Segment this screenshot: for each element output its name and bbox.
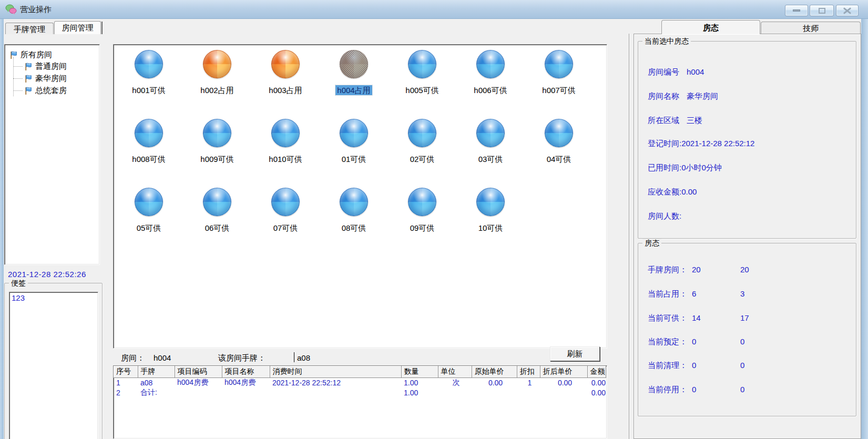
room-sphere-icon bbox=[135, 188, 163, 216]
room-item[interactable]: h008可供 bbox=[115, 119, 183, 188]
room-sphere-icon bbox=[340, 188, 368, 216]
table-cell: 1 bbox=[114, 377, 138, 387]
room-sphere-icon bbox=[135, 119, 163, 147]
column-header[interactable]: 折扣 bbox=[517, 366, 540, 377]
column-header[interactable]: 项目编码 bbox=[175, 366, 222, 377]
room-item[interactable]: h002占用 bbox=[183, 50, 251, 119]
table-cell: 2 bbox=[114, 387, 138, 397]
tab-technician[interactable]: 技师 bbox=[761, 22, 861, 34]
info-label: 房间编号 bbox=[648, 67, 679, 76]
table-cell: 0.00 bbox=[540, 377, 587, 387]
room-item[interactable]: h005可供 bbox=[388, 50, 456, 119]
room-item[interactable]: h007可供 bbox=[525, 50, 593, 119]
room-item[interactable]: h006可供 bbox=[456, 50, 525, 119]
room-item[interactable]: 07可供 bbox=[251, 188, 320, 257]
tree-root-label: 所有房间 bbox=[21, 50, 52, 60]
room-sphere-icon bbox=[203, 50, 231, 78]
column-header[interactable]: 单位 bbox=[438, 366, 472, 377]
room-item[interactable]: h009可供 bbox=[183, 119, 251, 188]
room-sphere-icon bbox=[271, 50, 300, 78]
tree-item-2[interactable]: 总统套房 bbox=[24, 85, 99, 97]
room-status-row: 当前预定：00 bbox=[648, 337, 852, 347]
column-header[interactable]: 消费时间 bbox=[270, 366, 401, 377]
info-label: 已用时间: bbox=[648, 163, 681, 172]
status-label: 当前可供： bbox=[648, 313, 687, 323]
room-item-label: 03可供 bbox=[477, 154, 505, 164]
table-row[interactable]: 1a08h004房费h004房费2021-12-28 22:52:121.00次… bbox=[114, 377, 606, 387]
selected-room-info-row: 应收金额:0.00 bbox=[648, 187, 697, 197]
room-item[interactable]: 06可供 bbox=[183, 188, 251, 257]
room-sphere-icon bbox=[135, 50, 163, 78]
status-label: 手牌房间： bbox=[648, 265, 687, 275]
tab-room-management[interactable]: 房间管理 bbox=[54, 21, 101, 34]
room-item-label: 02可供 bbox=[409, 154, 436, 164]
room-item[interactable]: h010可供 bbox=[251, 119, 320, 188]
panel-divider bbox=[629, 34, 630, 439]
room-sphere-icon bbox=[476, 119, 505, 147]
room-item-label: h004占用 bbox=[335, 85, 372, 95]
rooms-panel: h001可供h002占用h003占用h004占用h005可供h006可供h007… bbox=[113, 44, 607, 349]
refresh-button[interactable]: 刷新 bbox=[550, 346, 600, 361]
tree-root-all-rooms[interactable]: 所有房间 bbox=[9, 49, 52, 60]
room-item-label: h007可供 bbox=[540, 85, 577, 95]
tab-hand-tag-management[interactable]: 手牌管理 bbox=[5, 23, 54, 34]
room-item[interactable]: h001可供 bbox=[115, 50, 183, 119]
room-item[interactable]: 09可供 bbox=[388, 188, 456, 257]
table-row[interactable]: 2合计:1.000.00 bbox=[114, 387, 606, 397]
minimize-button[interactable] bbox=[785, 5, 808, 16]
table-cell: 1.00 bbox=[401, 377, 438, 387]
room-status-row: 手牌房间：2020 bbox=[648, 265, 852, 275]
room-status-row: 当前停用：00 bbox=[648, 385, 852, 395]
column-header[interactable]: 原始单价 bbox=[472, 366, 517, 377]
tree-item-1[interactable]: 豪华房间 bbox=[24, 73, 99, 85]
room-item[interactable]: 05可供 bbox=[115, 188, 183, 257]
room-sphere-icon bbox=[203, 119, 231, 147]
column-header[interactable]: 序号 bbox=[114, 366, 138, 377]
status-count-2: 17 bbox=[740, 313, 749, 322]
room-item-label: h001可供 bbox=[130, 85, 167, 95]
tab-room-status[interactable]: 房态 bbox=[661, 20, 760, 34]
info-label: 房间名称 bbox=[648, 91, 679, 100]
table-cell bbox=[438, 387, 472, 397]
room-item[interactable]: 04可供 bbox=[525, 119, 593, 188]
column-header[interactable]: 金额 bbox=[587, 366, 606, 377]
status-count-2: 0 bbox=[740, 361, 744, 370]
room-tag-value: a08 bbox=[297, 353, 310, 362]
room-item[interactable]: 03可供 bbox=[456, 119, 525, 188]
note-input[interactable]: 123 bbox=[9, 292, 98, 439]
status-label: 当前停用： bbox=[648, 385, 687, 395]
status-label: 当前占用： bbox=[648, 289, 687, 299]
room-item-label: h006可供 bbox=[472, 85, 508, 95]
room-sphere-icon bbox=[203, 188, 231, 216]
close-button[interactable] bbox=[836, 5, 859, 16]
column-header[interactable]: 折后单价 bbox=[540, 366, 587, 377]
note-group-title: 便签 bbox=[9, 279, 28, 288]
close-icon bbox=[843, 7, 851, 14]
selected-room-info-row: 房间人数: bbox=[648, 211, 681, 221]
tree-item-0[interactable]: 普通房间 bbox=[24, 60, 99, 73]
table-cell bbox=[175, 387, 222, 397]
column-header[interactable]: 手牌 bbox=[138, 366, 175, 377]
room-item[interactable]: 01可供 bbox=[320, 119, 388, 188]
room-item[interactable]: 08可供 bbox=[320, 188, 388, 257]
room-item[interactable]: 02可供 bbox=[388, 119, 456, 188]
column-header[interactable]: 数量 bbox=[401, 366, 438, 377]
room-type-tree: 所有房间 普通房间豪华房间总统套房 bbox=[4, 44, 100, 265]
room-item[interactable]: 10可供 bbox=[456, 188, 525, 257]
info-value: 0.00 bbox=[681, 187, 697, 196]
maximize-button[interactable] bbox=[810, 5, 834, 16]
table-cell: a08 bbox=[138, 377, 175, 387]
room-item[interactable]: h004占用 bbox=[320, 50, 388, 119]
column-header[interactable]: 项目名称 bbox=[222, 366, 270, 377]
status-label: 当前清理： bbox=[648, 361, 687, 371]
status-count-1: 0 bbox=[692, 385, 696, 394]
table-cell bbox=[222, 387, 270, 397]
table-cell bbox=[472, 387, 517, 397]
room-item-label: 08可供 bbox=[340, 223, 368, 233]
room-sphere-icon bbox=[271, 119, 300, 147]
rooms-grid: h001可供h002占用h003占用h004占用h005可供h006可供h007… bbox=[115, 50, 594, 257]
table-cell: 1.00 bbox=[401, 387, 438, 397]
room-item[interactable]: h003占用 bbox=[251, 50, 320, 119]
room-sphere-icon bbox=[476, 188, 505, 216]
info-value: 0小时0分钟 bbox=[681, 163, 722, 172]
